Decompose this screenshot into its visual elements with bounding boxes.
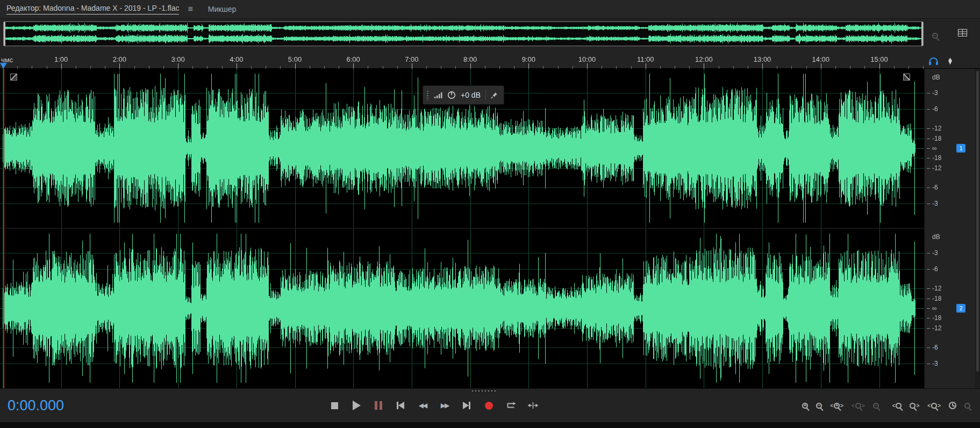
db-scale-label: -3 xyxy=(932,89,938,97)
clock-zoom-button[interactable] xyxy=(949,399,956,412)
volume-hud[interactable]: +0 dB xyxy=(423,85,504,105)
go-to-start-button[interactable] xyxy=(395,399,406,412)
magnifier-minus-icon: − xyxy=(816,403,822,409)
overview-range-handle-left[interactable] xyxy=(4,22,5,46)
zoom-selection-range-button[interactable]: <> xyxy=(927,399,941,412)
magnifier-plus-icon: + xyxy=(834,403,840,409)
zoom-out-button[interactable]: − xyxy=(816,399,822,412)
zoom-out-point-button[interactable]: > xyxy=(910,399,919,412)
ruler-tick-label: 12:00 xyxy=(695,55,713,63)
go-to-end-button[interactable] xyxy=(461,399,472,412)
db-scale-label: -12 xyxy=(932,285,941,292)
rewind-icon: ◀◀ xyxy=(419,402,426,409)
db-scale-header: dB xyxy=(932,233,940,241)
playhead-line[interactable] xyxy=(3,69,4,388)
stop-button[interactable] xyxy=(329,399,340,412)
bottom-status-strip xyxy=(0,422,980,428)
channel-tools-header xyxy=(924,54,980,69)
playhead-handle[interactable] xyxy=(0,63,7,69)
ruler-tick-label: 14:00 xyxy=(812,55,830,63)
zoom-controls: + − <+> <> − < > <> xyxy=(802,389,970,422)
vertical-scrollbar[interactable] xyxy=(975,69,980,388)
magnifier-minus-icon: − xyxy=(932,33,938,39)
record-button[interactable] xyxy=(483,399,494,412)
volume-knob-icon[interactable] xyxy=(447,91,456,99)
db-scale-label: -12 xyxy=(932,324,941,332)
db-scale-label: -3 xyxy=(932,200,938,207)
loop-icon xyxy=(506,402,516,409)
ruler-tick-label: 6:00 xyxy=(347,55,360,63)
ruler-tick-label: 2:00 xyxy=(113,55,126,63)
ruler-tick-label: 4:00 xyxy=(230,55,243,63)
ruler-tick-label: 7:00 xyxy=(405,55,418,63)
db-scale-label: -18 xyxy=(932,135,941,142)
magnifier-icon xyxy=(910,403,915,409)
db-scale-label: -18 xyxy=(932,154,941,162)
hud-gain-value[interactable]: +0 dB xyxy=(461,91,481,99)
ruler-tick-label: 15:00 xyxy=(870,55,888,63)
fast-forward-button[interactable]: ▶▶ xyxy=(439,399,450,412)
tab-editor[interactable]: Редактор: Madonna - Madame X - 2019 - LP… xyxy=(4,0,181,18)
pause-button[interactable] xyxy=(373,399,384,412)
marker-tool-icon[interactable] xyxy=(947,57,953,65)
mixer-tab-label: Микшер xyxy=(208,5,236,13)
overview-waveform[interactable] xyxy=(4,22,923,46)
channel-1-badge[interactable]: 1 xyxy=(956,144,965,153)
rewind-button[interactable]: ◀◀ xyxy=(417,399,428,412)
hud-drag-grip[interactable] xyxy=(426,90,430,100)
fade-out-handle[interactable] xyxy=(903,74,910,81)
zoom-selection-disabled-button[interactable]: <> xyxy=(852,399,865,412)
stop-icon xyxy=(331,402,338,409)
ruler-tick-label: 3:00 xyxy=(171,55,184,63)
overview-zoom-out-button[interactable]: − xyxy=(932,29,938,42)
play-button[interactable] xyxy=(351,399,362,412)
db-scale-column[interactable]: dB-3-3-6-6-12-12-18-18∞dB-3-3-6-6-12-12-… xyxy=(924,69,953,388)
skip-start-icon xyxy=(397,402,404,409)
zoom-full-disabled-button[interactable]: − xyxy=(873,399,879,412)
vertical-scrollbar-handle[interactable] xyxy=(976,71,979,372)
magnifier-plus-icon: + xyxy=(802,403,808,409)
loop-playback-button[interactable] xyxy=(505,399,516,412)
skip-selection-icon xyxy=(527,402,539,409)
channel-2-badge[interactable]: 2 xyxy=(956,304,965,313)
db-scale-label: -6 xyxy=(932,105,938,113)
pause-icon xyxy=(375,401,382,410)
zoom-in-button[interactable]: + xyxy=(802,399,808,412)
time-display[interactable]: 0:00.000 xyxy=(8,397,64,414)
db-scale-header: dB xyxy=(932,74,940,81)
display-mode-grid-icon[interactable] xyxy=(958,29,967,39)
waveform-editor[interactable]: +0 dB xyxy=(0,69,924,388)
pin-hud-icon[interactable] xyxy=(491,92,498,99)
tab-mixer[interactable]: Микшер xyxy=(206,0,238,18)
overview-strip[interactable] xyxy=(3,21,924,46)
ruler-tick-label: 10:00 xyxy=(578,55,596,63)
ruler-tick-label: 13:00 xyxy=(754,55,771,63)
waveform-display[interactable] xyxy=(0,69,924,388)
zoom-disabled-button[interactable] xyxy=(964,399,970,412)
db-scale-label: -12 xyxy=(932,125,941,132)
timeline-ruler[interactable]: 1:002:003:004:005:006:007:008:009:0010:0… xyxy=(0,54,924,69)
zoom-to-selection-button[interactable]: <+> xyxy=(830,399,843,412)
record-icon xyxy=(485,402,493,410)
fade-in-handle[interactable] xyxy=(10,74,17,81)
db-scale-label: ∞ xyxy=(932,144,937,152)
fast-forward-icon: ▶▶ xyxy=(441,402,448,409)
skip-selection-button[interactable] xyxy=(527,399,539,412)
transport-controls: ◀◀ ▶▶ xyxy=(329,389,539,422)
meter-bars-icon xyxy=(434,92,442,98)
overview-range-handle-right[interactable] xyxy=(921,22,923,46)
editor-tab-label: Редактор: Madonna - Madame X - 2019 - LP… xyxy=(6,4,179,14)
ruler-tick-label: 5:00 xyxy=(288,55,302,63)
db-scale-label: -3 xyxy=(932,249,938,257)
headphone-monitor-icon[interactable] xyxy=(928,57,939,66)
db-scale-label: -6 xyxy=(932,344,938,351)
zoom-in-point-button[interactable]: < xyxy=(892,399,902,412)
ruler-tick-label: 8:00 xyxy=(463,55,477,63)
db-scale-label: -12 xyxy=(932,164,941,172)
db-scale-label: ∞ xyxy=(932,304,937,312)
magnifier-minus-icon: − xyxy=(873,403,879,409)
magnifier-icon xyxy=(931,403,937,409)
ruler-tick-label: 1:00 xyxy=(54,55,68,63)
db-scale-label: -18 xyxy=(932,295,941,302)
panel-menu-icon[interactable]: ≡ xyxy=(188,4,192,14)
